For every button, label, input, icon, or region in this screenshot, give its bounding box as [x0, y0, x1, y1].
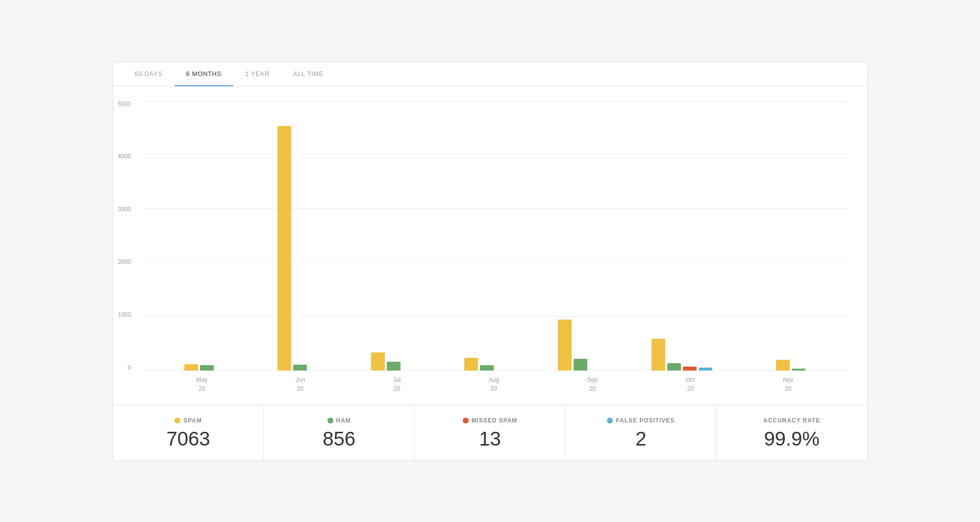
stat-missed: MISSED SPAM 13	[415, 405, 566, 460]
bar-ham-jul	[387, 362, 401, 371]
tab-alltime[interactable]: ALL TIME	[281, 62, 335, 86]
y-label-3000: 3000	[118, 206, 131, 212]
main-card: 60 DAYS 6 MONTHS 1 YEAR ALL TIME 0 1000 …	[113, 62, 868, 461]
stat-missed-label: MISSED SPAM	[472, 417, 518, 424]
y-label-4000: 4000	[118, 153, 131, 159]
tabs-container: 60 DAYS 6 MONTHS 1 YEAR ALL TIME	[113, 62, 867, 86]
bar-spam-nov	[776, 360, 790, 371]
tab-60days[interactable]: 60 DAYS	[123, 62, 175, 86]
bar-ham-aug	[480, 365, 494, 371]
stat-rate: ACCURACY RATE 99.9%	[717, 405, 867, 460]
x-label-jul: Jul20	[393, 375, 401, 393]
y-label-1000: 1000	[118, 312, 131, 318]
stat-spam-value: 7063	[123, 429, 254, 448]
stat-missed-value: 13	[425, 429, 555, 448]
y-label-5000: 5000	[118, 101, 131, 107]
stat-fp-value: 2	[576, 429, 706, 448]
stat-fp: FALSE POSITIVES 2	[566, 405, 717, 460]
dot-missed	[463, 418, 469, 423]
stat-ham-label-row: HAM	[274, 417, 404, 424]
stat-spam-label-row: SPAM	[123, 417, 254, 424]
bar-ham-sep	[574, 359, 587, 371]
stat-spam: SPAM 7063	[113, 405, 264, 460]
tab-6months[interactable]: 6 MONTHS	[175, 62, 233, 86]
tab-1year[interactable]: 1 YEAR	[233, 62, 281, 86]
bar-missed-oct	[683, 367, 697, 371]
x-label-may: May20	[196, 375, 207, 393]
x-label-aug: Aug20	[489, 375, 499, 393]
x-label-oct: Oct20	[686, 375, 695, 393]
bar-group-aug	[464, 358, 494, 371]
stat-rate-value: 99.9%	[727, 429, 857, 448]
bar-spam-may	[184, 364, 198, 371]
bar-spam-oct	[652, 339, 665, 371]
stat-spam-label: SPAM	[183, 417, 202, 424]
chart-container: 0 1000 2000 3000 4000 5000 May20Ju	[113, 86, 867, 405]
y-label-0: 0	[128, 365, 131, 371]
stat-rate-label: ACCURACY RATE	[727, 417, 857, 424]
bar-group-jul	[371, 352, 401, 371]
bar-ham-oct	[667, 363, 681, 370]
bar-spam-aug	[464, 358, 478, 371]
dot-fp	[607, 418, 613, 423]
x-label-nov: Nov20	[783, 375, 793, 393]
stat-fp-label: FALSE POSITIVES	[616, 417, 675, 424]
bar-group-nov	[776, 360, 805, 371]
y-axis: 0 1000 2000 3000 4000 5000	[118, 101, 131, 371]
bar-ham-may	[200, 365, 214, 370]
y-label-2000: 2000	[118, 259, 131, 265]
bar-spam-jul	[371, 352, 385, 371]
chart-area: 0 1000 2000 3000 4000 5000 May20Ju	[143, 101, 848, 400]
stat-ham-label: HAM	[336, 417, 351, 424]
bar-group-may	[184, 364, 214, 371]
x-label-jun: Jun20	[296, 375, 305, 393]
x-label-sep: Sep20	[587, 375, 598, 393]
dot-spam	[175, 418, 180, 423]
bars-container	[143, 101, 848, 371]
bar-group-sep	[558, 320, 587, 371]
stats-bar: SPAM 7063 HAM 856 MISSED SPAM 13 FALSE P…	[113, 405, 867, 460]
x-axis: May20Jun20Jul20Aug20Sep20Oct20Nov20	[143, 371, 848, 400]
dot-ham	[327, 418, 333, 423]
bar-group-oct	[652, 339, 712, 371]
stat-missed-label-row: MISSED SPAM	[425, 417, 555, 424]
stat-ham-value: 856	[274, 429, 404, 448]
stat-fp-label-row: FALSE POSITIVES	[576, 417, 706, 424]
stat-ham: HAM 856	[264, 405, 415, 460]
bar-spam-jun	[277, 126, 291, 371]
bar-ham-jun	[293, 365, 307, 371]
bar-spam-sep	[558, 320, 572, 371]
bar-group-jun	[277, 126, 307, 371]
